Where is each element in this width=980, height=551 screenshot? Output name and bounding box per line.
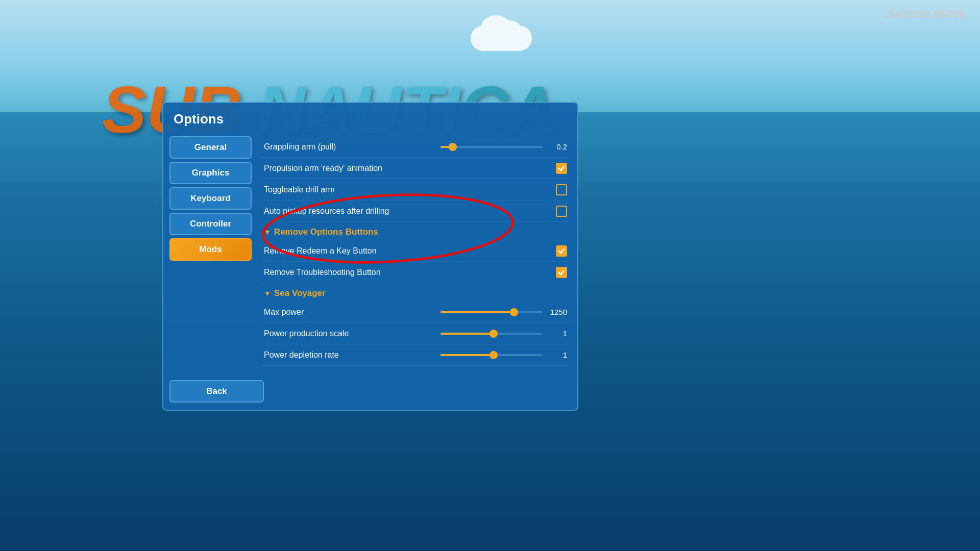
remove-redeem-label: Remove Redeem a Key Button [264, 246, 556, 256]
power-depletion-label: Power depletion rate [264, 350, 440, 360]
propulsion-arm-check-icon [558, 165, 565, 172]
remove-troubleshooting-label: Remove Troubleshooting Button [264, 268, 556, 277]
title-s: S [102, 77, 146, 143]
options-dialog: Options General Graphics Keyboard Contro… [162, 102, 578, 411]
nav-mods[interactable]: Mods [169, 238, 252, 261]
grappling-arm-value: 0.2 [547, 142, 567, 151]
cloud [471, 26, 532, 51]
remove-troubleshooting-checkbox[interactable] [556, 267, 567, 278]
power-production-track[interactable] [440, 333, 543, 335]
power-depletion-thumb[interactable] [489, 351, 498, 359]
section-remove-options-title: Remove Options Buttons [274, 227, 378, 237]
setting-propulsion-arm: Propulsion arm 'ready' animation [262, 158, 569, 179]
power-production-label: Power production scale [264, 329, 440, 338]
nav-keyboard[interactable]: Keyboard [169, 187, 252, 210]
version-label: Jul-2020 65786 [886, 8, 965, 21]
nav-general[interactable]: General [169, 136, 252, 159]
auto-pickup-checkbox[interactable] [556, 206, 567, 217]
setting-power-depletion: Power depletion rate 1 [262, 344, 569, 366]
remove-redeem-checkbox[interactable] [556, 245, 567, 257]
max-power-thumb[interactable] [510, 308, 518, 316]
grappling-arm-control: 0.2 [440, 142, 567, 151]
nav-graphics[interactable]: Graphics [169, 162, 252, 184]
setting-auto-pickup: Auto pickup resources after drilling [262, 201, 569, 222]
propulsion-arm-label: Propulsion arm 'ready' animation [264, 164, 556, 173]
content-scroll[interactable]: Grappling arm (pull) 0.2 Propulsion arm … [262, 136, 571, 371]
max-power-fill [440, 311, 514, 313]
remove-troubleshooting-check-icon [558, 269, 565, 276]
setting-power-production: Power production scale 1 [262, 323, 569, 344]
auto-pickup-label: Auto pickup resources after drilling [264, 207, 556, 216]
drill-arm-label: Toggleable drill arm [264, 185, 556, 194]
power-production-fill [440, 333, 494, 335]
drill-arm-control [556, 184, 567, 195]
grappling-arm-thumb[interactable] [449, 143, 457, 151]
grappling-arm-label: Grappling arm (pull) [264, 142, 440, 152]
nav-controller[interactable]: Controller [169, 213, 252, 235]
propulsion-arm-checkbox[interactable] [556, 163, 567, 174]
power-depletion-value: 1 [547, 350, 567, 359]
dialog-title: Options [163, 103, 577, 132]
power-production-value: 1 [547, 329, 567, 338]
power-depletion-fill [440, 354, 494, 356]
power-production-thumb[interactable] [489, 330, 498, 338]
remove-redeem-control [556, 245, 567, 257]
grappling-arm-track[interactable] [440, 146, 543, 148]
setting-remove-redeem: Remove Redeem a Key Button [262, 240, 569, 262]
auto-pickup-control [556, 206, 567, 217]
dialog-footer: Back [163, 375, 577, 410]
section-sea-voyager-arrow-icon: ▼ [264, 289, 271, 297]
drill-arm-checkbox[interactable] [556, 184, 567, 195]
max-power-label: Max power [264, 308, 440, 317]
nav-panel: General Graphics Keyboard Controller Mod… [163, 132, 258, 375]
setting-drill-arm: Toggleable drill arm [262, 179, 569, 201]
setting-grappling-arm: Grappling arm (pull) 0.2 [262, 136, 569, 158]
max-power-track[interactable] [440, 311, 543, 313]
back-button[interactable]: Back [169, 380, 264, 403]
setting-remove-troubleshooting: Remove Troubleshooting Button [262, 262, 569, 283]
setting-sound-volume: Sound volume 1 [262, 366, 569, 371]
section-remove-options: ▼ Remove Options Buttons [262, 222, 569, 240]
setting-max-power: Max power 1250 [262, 302, 569, 323]
section-arrow-icon: ▼ [264, 228, 271, 236]
power-depletion-control: 1 [440, 350, 567, 359]
section-sea-voyager: ▼ Sea Voyager [262, 283, 569, 302]
remove-redeem-check-icon [558, 247, 565, 255]
power-production-control: 1 [440, 329, 567, 338]
power-depletion-track[interactable] [440, 354, 543, 356]
dialog-body: General Graphics Keyboard Controller Mod… [163, 132, 577, 375]
max-power-control: 1250 [440, 308, 567, 316]
remove-troubleshooting-control [556, 267, 567, 278]
content-panel: Grappling arm (pull) 0.2 Propulsion arm … [258, 132, 577, 375]
propulsion-arm-control [556, 163, 567, 174]
section-sea-voyager-title: Sea Voyager [274, 288, 326, 298]
max-power-value: 1250 [547, 308, 567, 316]
